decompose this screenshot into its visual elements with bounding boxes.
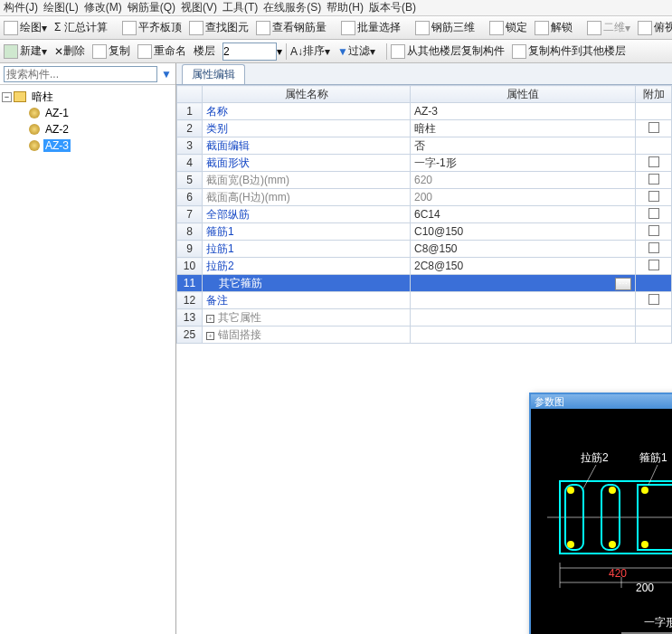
view-rebar-button[interactable]: 查看钢筋量: [256, 20, 327, 35]
menu-item[interactable]: 钢筋量(Q): [128, 0, 175, 15]
funnel-icon[interactable]: ▼: [161, 68, 172, 80]
property-extra[interactable]: [636, 137, 672, 155]
menu-item[interactable]: 工具(T): [222, 0, 258, 15]
menu-item[interactable]: 帮助(H): [327, 0, 364, 15]
property-name: 全部纵筋: [203, 206, 411, 223]
menu-item[interactable]: 在线服务(S): [263, 0, 321, 15]
tree-item[interactable]: AZ-3: [2, 137, 174, 154]
property-extra[interactable]: [636, 258, 672, 275]
property-value[interactable]: [411, 326, 636, 344]
tree-item[interactable]: AZ-1: [2, 105, 174, 121]
dim-2d-button[interactable]: 二维 ▾: [587, 20, 630, 35]
property-row[interactable]: 25+锚固搭接: [177, 326, 672, 344]
property-name: 备注: [203, 292, 411, 309]
tab-property-edit[interactable]: 属性编辑: [182, 64, 245, 84]
expand-icon[interactable]: +: [206, 332, 214, 340]
unlock-button[interactable]: 解锁: [535, 20, 573, 35]
checkbox[interactable]: [648, 122, 659, 133]
property-value[interactable]: 暗柱: [411, 120, 636, 137]
new-button[interactable]: 新建 ▾: [4, 43, 47, 59]
checkbox[interactable]: [648, 191, 659, 202]
menu-item[interactable]: 视图(V): [181, 0, 217, 15]
property-extra[interactable]: [636, 275, 672, 292]
property-row[interactable]: 3截面编辑否: [177, 137, 672, 155]
rename-button[interactable]: 重命名: [137, 43, 186, 59]
rebar-3d-button[interactable]: 钢筋三维: [415, 20, 475, 35]
menu-item[interactable]: 构件(J): [4, 0, 38, 15]
sort-button[interactable]: A↓ 排序 ▾: [290, 43, 330, 59]
menu-item[interactable]: 绘图(L): [43, 0, 79, 15]
new-icon: [4, 44, 18, 59]
property-value[interactable]: [411, 309, 636, 326]
property-value[interactable]: 200: [411, 189, 636, 206]
menu-item[interactable]: 版本号(B): [369, 0, 416, 15]
property-value[interactable]: C8@150: [411, 241, 636, 258]
property-row[interactable]: 11其它箍筋⋯: [177, 275, 672, 292]
tree-item-label: AZ-2: [43, 123, 71, 136]
checkbox[interactable]: [648, 225, 659, 236]
property-value[interactable]: 否: [411, 137, 636, 155]
checkbox[interactable]: [648, 208, 659, 219]
floor-input[interactable]: [222, 43, 277, 61]
property-name: 截面形状: [203, 155, 411, 172]
property-value[interactable]: 一字-1形: [411, 155, 636, 172]
property-row[interactable]: 5截面宽(B边)(mm)620: [177, 172, 672, 189]
batch-select-button[interactable]: 批量选择: [341, 20, 401, 35]
find-elem-button[interactable]: 查找图元: [189, 20, 249, 35]
property-value[interactable]: AZ-3: [411, 103, 636, 120]
property-row[interactable]: 1名称AZ-3: [177, 103, 672, 120]
property-extra[interactable]: [636, 206, 672, 223]
draw-button[interactable]: 绘图 ▾: [4, 20, 47, 35]
tree-root[interactable]: −暗柱: [2, 89, 174, 105]
checkbox[interactable]: [648, 242, 659, 253]
property-value[interactable]: C10@150: [411, 223, 636, 241]
property-row[interactable]: 12备注: [177, 292, 672, 309]
property-extra[interactable]: [636, 120, 672, 137]
property-value[interactable]: 6C14: [411, 206, 636, 223]
search-input[interactable]: [4, 66, 157, 82]
property-extra[interactable]: [636, 292, 672, 309]
flat-button[interactable]: 平齐板顶: [122, 20, 182, 35]
property-row[interactable]: 7全部纵筋6C14: [177, 206, 672, 223]
menu-item[interactable]: 修改(M): [84, 0, 122, 15]
property-extra[interactable]: [636, 241, 672, 258]
property-value[interactable]: [411, 292, 636, 309]
property-row[interactable]: 4截面形状一字-1形: [177, 155, 672, 172]
property-extra[interactable]: [636, 326, 672, 344]
property-value[interactable]: 620: [411, 172, 636, 189]
tree-item[interactable]: AZ-2: [2, 121, 174, 137]
property-extra[interactable]: [636, 223, 672, 241]
property-value[interactable]: ⋯: [411, 275, 636, 292]
delete-button[interactable]: ✕ 删除: [54, 43, 85, 59]
property-extra[interactable]: [636, 189, 672, 206]
collapse-icon[interactable]: −: [2, 92, 12, 102]
copy-button[interactable]: 复制: [92, 43, 130, 59]
checkbox[interactable]: [648, 156, 659, 167]
property-row[interactable]: 8箍筋1C10@150: [177, 223, 672, 241]
copy-to-floor-button[interactable]: 复制构件到其他楼层: [512, 43, 626, 59]
copy-from-floor-button[interactable]: 从其他楼层复制构件: [391, 43, 505, 59]
property-row[interactable]: 13+其它属性: [177, 309, 672, 326]
property-name: +其它属性: [203, 309, 411, 326]
property-row[interactable]: 6截面高(H边)(mm)200: [177, 189, 672, 206]
component-tree[interactable]: −暗柱AZ-1AZ-2AZ-3: [0, 85, 175, 634]
property-row[interactable]: 2类别暗柱: [177, 120, 672, 137]
property-extra[interactable]: [636, 309, 672, 326]
parameter-diagram-window[interactable]: 参数图 拉筋2 箍筋1 拉筋1 100 100: [529, 393, 672, 634]
checkbox[interactable]: [648, 260, 659, 270]
property-extra[interactable]: [636, 103, 672, 120]
expand-icon[interactable]: +: [206, 315, 214, 323]
side-view-button[interactable]: 俯视: [638, 20, 672, 35]
property-extra[interactable]: [636, 155, 672, 172]
lock-button[interactable]: 锁定: [489, 20, 527, 35]
property-value[interactable]: 2C8@150: [411, 258, 636, 275]
filter-button[interactable]: ▼ 过滤 ▾: [337, 43, 375, 59]
sum-button[interactable]: Σ 汇总计算: [54, 20, 108, 35]
property-extra[interactable]: [636, 172, 672, 189]
tree-pane: ▼ −暗柱AZ-1AZ-2AZ-3: [0, 63, 176, 634]
checkbox[interactable]: [648, 174, 659, 185]
checkbox[interactable]: [648, 294, 659, 305]
property-row[interactable]: 10拉筋22C8@150: [177, 258, 672, 275]
ellipsis-button[interactable]: ⋯: [615, 278, 631, 290]
property-row[interactable]: 9拉筋1C8@150: [177, 241, 672, 258]
